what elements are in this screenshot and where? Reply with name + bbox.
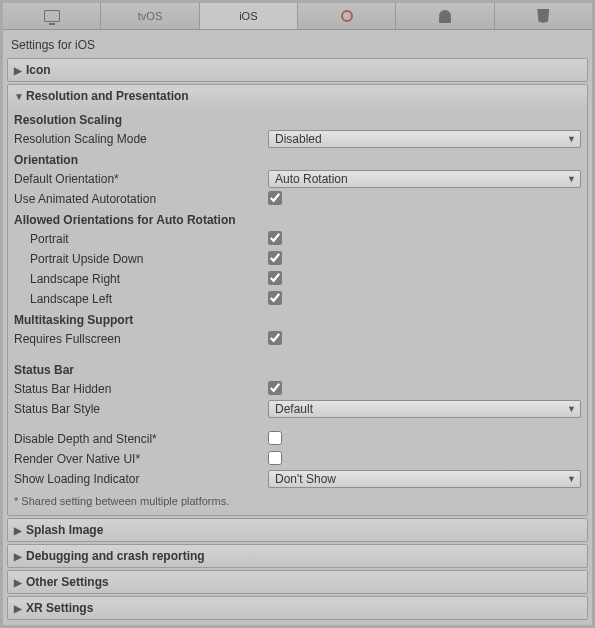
landscape-left-checkbox[interactable] [268, 291, 282, 305]
section-other-header[interactable]: ▶ Other Settings [8, 571, 587, 593]
chevron-down-icon: ▼ [567, 404, 576, 414]
settings-content: Settings for iOS ▶ Icon ▼ Resolution and… [3, 30, 592, 625]
resolution-scaling-mode-value: Disabled [275, 132, 322, 146]
switch-icon [341, 10, 353, 22]
section-other: ▶ Other Settings [7, 570, 588, 594]
portrait-label: Portrait [14, 232, 268, 246]
shared-setting-footnote: * Shared setting between multiple platfo… [14, 489, 581, 509]
platform-tabs: tvOS iOS [3, 3, 592, 30]
use-animated-autorotation-checkbox[interactable] [268, 191, 282, 205]
ios-label: iOS [239, 10, 257, 22]
section-splash-title: Splash Image [26, 523, 103, 537]
tvos-label: tvOS [138, 10, 162, 22]
tab-html5[interactable] [495, 3, 592, 29]
tab-standalone[interactable] [3, 3, 101, 29]
render-over-native-ui-label: Render Over Native UI* [14, 452, 268, 466]
portrait-checkbox[interactable] [268, 231, 282, 245]
show-loading-indicator-value: Don't Show [275, 472, 336, 486]
default-orientation-dropdown[interactable]: Auto Rotation ▼ [268, 170, 581, 188]
section-debug-header[interactable]: ▶ Debugging and crash reporting [8, 545, 587, 567]
tab-switch[interactable] [298, 3, 396, 29]
section-icon-header[interactable]: ▶ Icon [8, 59, 587, 81]
section-splash: ▶ Splash Image [7, 518, 588, 542]
disable-depth-stencil-label: Disable Depth and Stencil* [14, 432, 268, 446]
resolution-scaling-mode-dropdown[interactable]: Disabled ▼ [268, 130, 581, 148]
section-debug-title: Debugging and crash reporting [26, 549, 205, 563]
multitasking-heading: Multitasking Support [14, 309, 581, 329]
resolution-scaling-mode-label: Resolution Scaling Mode [14, 132, 268, 146]
chevron-down-icon: ▼ [14, 91, 26, 102]
allowed-orientations-heading: Allowed Orientations for Auto Rotation [14, 209, 581, 229]
section-splash-header[interactable]: ▶ Splash Image [8, 519, 587, 541]
chevron-right-icon: ▶ [14, 65, 26, 76]
section-resolution-title: Resolution and Presentation [26, 89, 189, 103]
section-resolution-header[interactable]: ▼ Resolution and Presentation [8, 85, 587, 107]
section-xr: ▶ XR Settings [7, 596, 588, 620]
section-other-title: Other Settings [26, 575, 109, 589]
default-orientation-value: Auto Rotation [275, 172, 348, 186]
default-orientation-label: Default Orientation* [14, 172, 268, 186]
chevron-down-icon: ▼ [567, 474, 576, 484]
show-loading-indicator-dropdown[interactable]: Don't Show ▼ [268, 470, 581, 488]
page-title: Settings for iOS [7, 32, 588, 58]
section-debug: ▶ Debugging and crash reporting [7, 544, 588, 568]
section-icon: ▶ Icon [7, 58, 588, 82]
use-animated-autorotation-label: Use Animated Autorotation [14, 192, 268, 206]
android-icon [438, 9, 452, 23]
show-loading-indicator-label: Show Loading Indicator [14, 472, 268, 486]
status-bar-style-dropdown[interactable]: Default ▼ [268, 400, 581, 418]
resolution-scaling-heading: Resolution Scaling [14, 109, 581, 129]
landscape-right-checkbox[interactable] [268, 271, 282, 285]
section-xr-header[interactable]: ▶ XR Settings [8, 597, 587, 619]
status-bar-heading: Status Bar [14, 359, 581, 379]
requires-fullscreen-checkbox[interactable] [268, 331, 282, 345]
requires-fullscreen-label: Requires Fullscreen [14, 332, 268, 346]
status-bar-style-label: Status Bar Style [14, 402, 268, 416]
section-xr-title: XR Settings [26, 601, 93, 615]
section-icon-title: Icon [26, 63, 51, 77]
status-bar-style-value: Default [275, 402, 313, 416]
monitor-icon [44, 10, 60, 22]
section-resolution: ▼ Resolution and Presentation Resolution… [7, 84, 588, 516]
portrait-upside-down-checkbox[interactable] [268, 251, 282, 265]
chevron-right-icon: ▶ [14, 577, 26, 588]
chevron-right-icon: ▶ [14, 603, 26, 614]
chevron-right-icon: ▶ [14, 525, 26, 536]
tab-android[interactable] [396, 3, 494, 29]
chevron-down-icon: ▼ [567, 134, 576, 144]
disable-depth-stencil-checkbox[interactable] [268, 431, 282, 445]
portrait-upside-down-label: Portrait Upside Down [14, 252, 268, 266]
player-settings-panel: tvOS iOS Settings for iOS ▶ Icon ▼ Resol… [0, 0, 595, 628]
status-bar-hidden-label: Status Bar Hidden [14, 382, 268, 396]
chevron-right-icon: ▶ [14, 551, 26, 562]
tab-tvos[interactable]: tvOS [101, 3, 199, 29]
tab-ios[interactable]: iOS [200, 3, 298, 29]
landscape-right-label: Landscape Right [14, 272, 268, 286]
render-over-native-ui-checkbox[interactable] [268, 451, 282, 465]
chevron-down-icon: ▼ [567, 174, 576, 184]
section-resolution-body: Resolution Scaling Resolution Scaling Mo… [8, 107, 587, 515]
landscape-left-label: Landscape Left [14, 292, 268, 306]
orientation-heading: Orientation [14, 149, 581, 169]
html5-icon [537, 9, 549, 23]
status-bar-hidden-checkbox[interactable] [268, 381, 282, 395]
